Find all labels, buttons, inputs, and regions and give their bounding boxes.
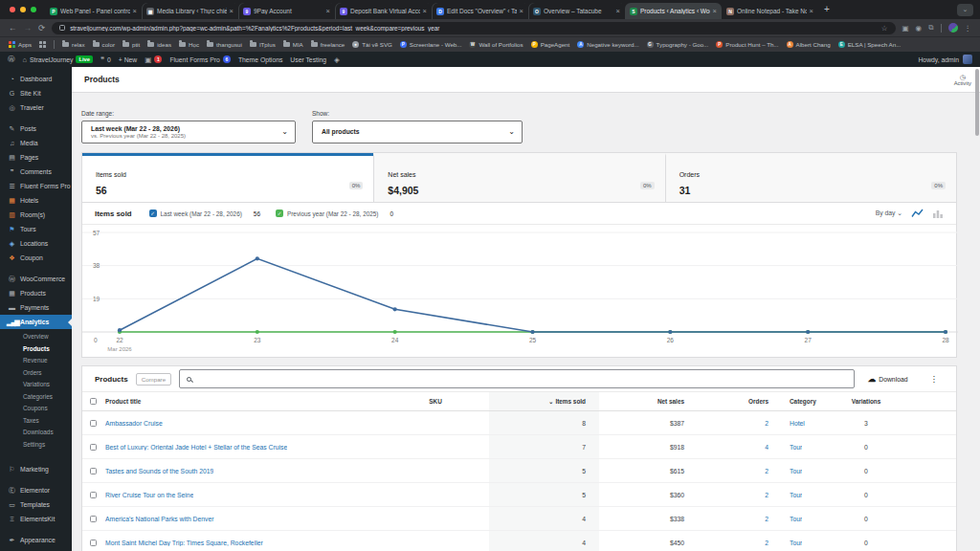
close-window-icon[interactable] [10, 7, 15, 12]
stat-tile-items-sold[interactable]: Items sold560% [82, 153, 373, 202]
category-link[interactable]: Tour [790, 516, 802, 522]
sidebar-item-woocommerce[interactable]: ⓌWooCommerce [0, 272, 72, 286]
row-checkbox[interactable] [90, 516, 97, 522]
column-header-cat[interactable]: Category [770, 392, 824, 410]
screenshot-extension-icon[interactable]: ▣ [902, 24, 909, 33]
orders-link[interactable]: 2 [765, 540, 768, 546]
product-title-link[interactable]: River Cruise Tour on the Seine [105, 492, 193, 498]
site-name-menu[interactable]: ⌂ StravelJourney Live [23, 55, 93, 64]
browser-tab[interactable]: ▦Media Library ‹ Thực chiến s...× [142, 3, 238, 19]
submenu-item-categories[interactable]: Categories [0, 391, 72, 404]
category-link[interactable]: Tour [790, 540, 802, 546]
product-title-link[interactable]: Best of Luxury: Oriental Jade Hotel + St… [105, 444, 287, 451]
category-link[interactable]: Hotel [790, 420, 805, 427]
submenu-item-settings[interactable]: Settings [0, 439, 72, 452]
browser-tab[interactable]: PWeb Panel - Panel control× [45, 3, 142, 19]
interval-select[interactable]: By day ⌄ [876, 209, 902, 217]
browser-tab[interactable]: OOverview – Tatacube× [528, 3, 625, 19]
bookmark-item[interactable]: PProduct Hunt – Th... [716, 41, 778, 48]
column-header-var[interactable]: Variations [824, 392, 908, 410]
tab-close-icon[interactable]: × [133, 7, 137, 15]
password-shield-icon[interactable]: ◉ [916, 24, 923, 33]
fluent-forms-menu[interactable]: Fluent Forms Pro 6 [169, 55, 231, 63]
bookmark-item[interactable]: WWall of Portfolios [469, 41, 523, 48]
product-title-link[interactable]: America's National Parks with Denver [105, 516, 214, 522]
show-select[interactable]: All products ⌄ [312, 121, 523, 143]
sidebar-item-traveler[interactable]: ◎Traveler [0, 100, 72, 115]
orders-link[interactable]: 2 [765, 468, 768, 474]
sidebar-item-locations[interactable]: ◈Locations [0, 236, 72, 251]
bookmark-item[interactable]: ITplus [250, 41, 276, 48]
submenu-item-downloads[interactable]: Downloads [0, 427, 72, 439]
product-title-link[interactable]: Mont Saint Michel Day Trip: Times Square… [105, 540, 263, 546]
submenu-item-coupons[interactable]: Coupons [0, 403, 72, 415]
tab-close-icon[interactable]: × [810, 7, 813, 15]
submenu-item-revenue[interactable]: Revenue [0, 355, 72, 367]
orders-link[interactable]: 4 [765, 444, 768, 451]
sidebar-item-plugins[interactable]: ⚡Plugins [0, 547, 72, 551]
bookmark-item[interactable]: ANegative keyword... [577, 41, 638, 48]
select-all-checkbox[interactable] [90, 398, 97, 405]
bookmark-item[interactable]: relax [62, 41, 84, 48]
tab-close-icon[interactable]: × [423, 7, 427, 15]
bookmark-item[interactable]: AAlbert Chang [787, 41, 831, 48]
stat-tile-orders[interactable]: Orders310% [665, 153, 956, 202]
row-checkbox[interactable] [90, 540, 97, 546]
sidebar-item-posts[interactable]: ✎Posts [0, 121, 72, 136]
minimize-window-icon[interactable] [20, 7, 26, 12]
sidebar-item-rooms[interactable]: ▥Room(s) [0, 208, 72, 222]
bookmark-item[interactable]: EELSA | Speech An... [838, 41, 902, 48]
category-link[interactable]: Tour [790, 444, 802, 451]
column-header-net[interactable]: Net sales [599, 392, 698, 410]
submenu-item-overview[interactable]: Overview [0, 331, 72, 343]
line-chart-toggle-icon[interactable] [911, 209, 924, 218]
sidebar-item-dashboard[interactable]: ◔Dashboard [0, 72, 72, 86]
wordpress-logo-icon[interactable]: Ⓦ [8, 55, 15, 64]
sidebar-item-pages[interactable]: ▤Pages [0, 150, 72, 165]
maximize-window-icon[interactable] [31, 7, 36, 12]
sidebar-item-tours[interactable]: ⚑Tours [0, 222, 72, 236]
bookmark-item[interactable]: ideas [147, 41, 171, 48]
bookmark-item[interactable]: freelance [311, 41, 345, 48]
bar-chart-toggle-icon[interactable] [932, 209, 944, 218]
browser-tab[interactable]: 99Pay Account× [238, 3, 335, 19]
url-text[interactable]: straveljourney.com/wp-admin/admin.php?pa… [70, 25, 877, 32]
column-header-title[interactable]: Product title [105, 392, 382, 410]
browser-tab[interactable]: NOnline Notepad - Take Notes× [722, 3, 818, 19]
reload-icon[interactable]: ⟳ [38, 23, 45, 33]
sidebar-item-comments[interactable]: ❞Comments [0, 165, 72, 179]
site-info-icon[interactable] [59, 25, 65, 31]
activity-panel-button[interactable]: ◷ Activity [954, 74, 971, 86]
sidebar-item-fluent-forms-pro[interactable]: ☰Fluent Forms Pro [0, 179, 72, 193]
browser-tab[interactable]: 9Deposit Bank Virtual Account× [335, 3, 432, 19]
compare-button[interactable]: Compare [136, 373, 171, 386]
submenu-item-variations[interactable]: Variations [0, 379, 72, 391]
date-range-select[interactable]: Last week (Mar 22 - 28, 2026) vs. Previo… [81, 121, 296, 143]
column-header-sku[interactable]: SKU [382, 392, 489, 410]
bookmark-item[interactable]: PPageAgent [531, 41, 570, 48]
table-search[interactable] [179, 369, 855, 388]
row-checkbox[interactable] [90, 420, 97, 427]
profile-avatar[interactable] [948, 23, 958, 33]
legend-item[interactable]: ✓Last week (Mar 22 - 28, 2026)56 [149, 209, 260, 217]
sidebar-item-media[interactable]: ♫Media [0, 136, 72, 150]
bookmark-item[interactable]: Học [179, 41, 199, 48]
tab-search-chevron-icon[interactable]: ⌄ [957, 4, 973, 16]
table-menu-icon[interactable]: ⋮ [924, 373, 945, 385]
stat-tile-net-sales[interactable]: Net sales$4,9050% [373, 153, 664, 202]
column-header-items[interactable]: ⌄Items sold [489, 392, 599, 410]
product-title-link[interactable]: Ambassador Cruise [105, 420, 163, 427]
browser-tab[interactable]: DEdit Docs "Overview" ‹ Tatac× [432, 3, 528, 19]
row-checkbox[interactable] [90, 492, 97, 498]
product-title-link[interactable]: Tastes and Sounds of the South 2019 [105, 468, 213, 474]
back-icon[interactable]: ← [9, 23, 17, 33]
submenu-item-taxes[interactable]: Taxes [0, 415, 72, 428]
tab-close-icon[interactable]: × [616, 7, 620, 15]
user-testing-menu[interactable]: User Testing [290, 56, 326, 63]
sidebar-item-appearance[interactable]: ✒Appearance [0, 533, 72, 547]
bookmark-item[interactable]: MIA [283, 41, 303, 48]
sidebar-item-elementskit[interactable]: ΞElementsKit [0, 512, 72, 526]
tab-close-icon[interactable]: × [230, 7, 234, 15]
inbox-menu[interactable]: ▣ 1 [145, 55, 162, 64]
reading-list-grid-icon[interactable] [39, 41, 46, 48]
